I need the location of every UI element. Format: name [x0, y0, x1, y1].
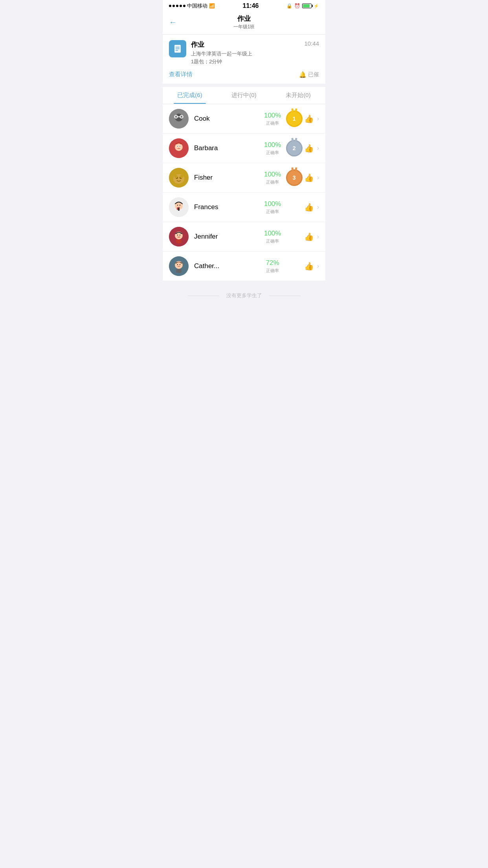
no-more-students: 没有更多学生了 [163, 281, 325, 307]
student-list: Cook 100% 正确率 1 👍 › [163, 104, 325, 281]
accuracy-label: 正确率 [266, 238, 279, 244]
tabs: 已完成(6) 进行中(0) 未开始(0) [163, 87, 325, 104]
divider-line-left [188, 296, 219, 296]
action-area: 👍 › [304, 232, 319, 241]
signal-dots [169, 5, 185, 7]
student-accuracy: 100% 正确率 [261, 141, 284, 156]
medal-ribbon [292, 108, 297, 112]
frances-avatar [169, 197, 189, 217]
svg-point-36 [180, 235, 180, 235]
status-right: 🔒 ⏰ ⚡ [286, 3, 319, 9]
avatar [169, 138, 189, 158]
assignment-subtitle: 上海牛津英语一起一年级上 [191, 50, 252, 57]
bronze-medal: 3 [287, 171, 301, 185]
action-area: 👍 › [304, 202, 319, 212]
medal-area: 1 [284, 112, 304, 126]
thumbs-up-button[interactable]: 👍 [304, 261, 314, 271]
svg-point-24 [180, 175, 183, 178]
student-name: Barbara [194, 144, 261, 152]
student-accuracy: 100% 正确率 [261, 230, 284, 244]
chevron-right-icon: › [317, 115, 319, 122]
remind-label: 已催 [308, 71, 319, 78]
avatar [169, 168, 189, 188]
chevron-right-icon: › [317, 233, 319, 240]
accuracy-label: 正确率 [266, 209, 279, 215]
chevron-right-icon: › [317, 263, 319, 270]
tab-notstarted[interactable]: 未开始(0) [271, 87, 325, 104]
table-row[interactable]: Cook 100% 正确率 1 👍 › [163, 104, 325, 134]
lock-icon: 🔒 [286, 3, 292, 9]
action-area: 👍 › [304, 261, 319, 271]
student-accuracy: 72% 正确率 [261, 259, 284, 274]
back-button[interactable]: ← [169, 18, 177, 27]
barbara-avatar [169, 138, 189, 158]
nav-title-main: 作业 [233, 14, 255, 23]
student-accuracy: 100% 正确率 [261, 171, 284, 185]
carrier-label: 中国移动 [187, 2, 207, 9]
no-more-label: 没有更多学生了 [226, 292, 262, 299]
cook-avatar [169, 109, 189, 129]
student-name: Fisher [194, 174, 261, 182]
chevron-right-icon: › [317, 174, 319, 181]
status-left: 中国移动 📶 [169, 2, 215, 9]
accuracy-value: 100% [264, 112, 281, 120]
thumbs-up-button[interactable]: 👍 [304, 114, 314, 123]
svg-point-42 [180, 264, 180, 265]
medal-ribbon [292, 138, 297, 141]
tab-inprogress[interactable]: 进行中(0) [217, 87, 271, 104]
thumbs-up-button[interactable]: 👍 [304, 202, 314, 212]
thumbs-up-button[interactable]: 👍 [304, 173, 314, 182]
nav-bar: ← 作业 一年级1班 [163, 11, 325, 35]
charge-icon: ⚡ [314, 4, 319, 9]
accuracy-label: 正确率 [266, 179, 279, 185]
svg-rect-43 [176, 269, 182, 273]
table-row[interactable]: Jennifer 100% 正确率 👍 › [163, 222, 325, 252]
action-area: 👍 › [304, 114, 319, 123]
fisher-avatar [169, 168, 189, 188]
status-bar: 中国移动 📶 11:46 🔒 ⏰ ⚡ [163, 0, 325, 11]
medal-area: 3 [284, 171, 304, 185]
table-row[interactable]: Barbara 100% 正确率 2 👍 › [163, 134, 325, 163]
table-row[interactable]: Fisher 100% 正确率 3 👍 › [163, 163, 325, 193]
jennifer-avatar [169, 227, 189, 246]
silver-medal: 2 [287, 141, 301, 155]
assignment-top: 作业 上海牛津英语一起一年级上 1题包；2分钟 10:44 [169, 40, 319, 65]
wifi-icon: 📶 [209, 3, 215, 9]
avatar [169, 256, 189, 276]
svg-rect-31 [177, 208, 178, 210]
svg-point-41 [177, 264, 178, 265]
section-divider [163, 84, 325, 87]
view-detail-button[interactable]: 查看详情 [169, 71, 193, 78]
accuracy-label: 正确率 [266, 120, 279, 126]
assignment-footer: 查看详情 🔔 已催 [169, 69, 319, 78]
assignment-title: 作业 [191, 40, 252, 49]
assignment-meta: 1题包；2分钟 [191, 58, 252, 65]
chevron-right-icon: › [317, 145, 319, 152]
thumbs-up-button[interactable]: 👍 [304, 232, 314, 241]
svg-point-23 [174, 175, 178, 178]
svg-point-17 [177, 146, 178, 147]
student-accuracy: 100% 正确率 [261, 112, 284, 126]
svg-point-29 [180, 205, 180, 206]
avatar [169, 109, 189, 129]
accuracy-value: 100% [264, 200, 281, 208]
action-area: 👍 › [304, 173, 319, 182]
svg-point-28 [177, 205, 178, 206]
assignment-info: 作业 上海牛津英语一起一年级上 1题包；2分钟 [191, 40, 252, 65]
thumbs-up-button[interactable]: 👍 [304, 143, 314, 153]
status-time: 11:46 [243, 2, 259, 9]
table-row[interactable]: Cather... 72% 正确率 👍 › [163, 252, 325, 281]
battery-icon [302, 4, 312, 8]
cather-avatar [169, 256, 189, 276]
nav-title-sub: 一年级1班 [233, 24, 255, 30]
accuracy-value: 100% [264, 230, 281, 237]
table-row[interactable]: Frances 100% 正确率 👍 › [163, 193, 325, 222]
svg-point-40 [176, 262, 182, 268]
svg-point-35 [177, 235, 178, 235]
assignment-time: 10:44 [304, 40, 319, 47]
assignment-card: 作业 上海牛津英语一起一年级上 1题包；2分钟 10:44 查看详情 🔔 已催 [163, 35, 325, 84]
accuracy-label: 正确率 [266, 268, 279, 274]
tab-completed[interactable]: 已完成(6) [163, 87, 217, 104]
accuracy-value: 72% [266, 259, 279, 267]
assignment-icon [169, 40, 186, 57]
